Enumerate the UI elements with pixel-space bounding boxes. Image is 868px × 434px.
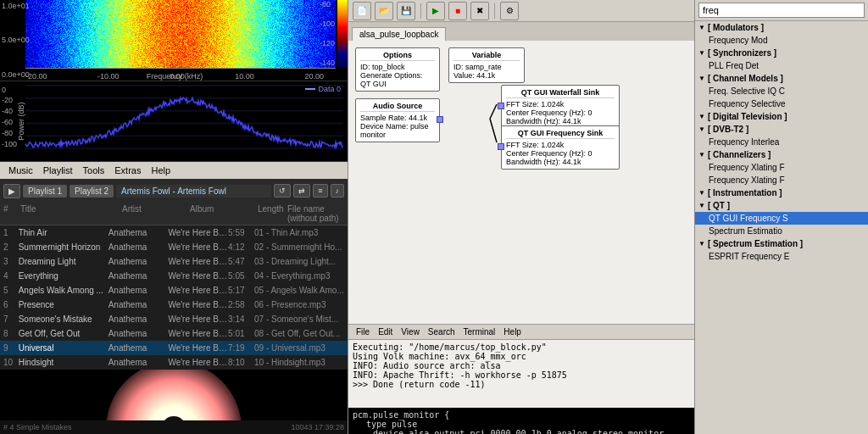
menu-playlist[interactable]: Playlist [38,165,78,175]
tree-item[interactable]: Frequency Interlea [695,136,868,148]
colorbar-labels: -80 -100 -120 -140 [320,0,335,68]
tree-section-header[interactable]: ▼[ Synchronizers ] [695,47,868,59]
audio-samp: Sample Rate: 44.1k [360,114,435,122]
tree-section-header[interactable]: ▼[ QT ] [695,199,868,212]
gr-menu-search[interactable]: Search [424,327,459,337]
track-title: Everything [19,271,108,281]
tree-section-header[interactable]: ▼[ Modulators ] [695,21,868,34]
gr-save-btn[interactable]: 💾 [397,2,415,20]
left-panel: 1.0e+01 5.0e+00 0.0e+00 -80 -100 -120 -1… [0,0,348,434]
eq-button[interactable]: ≡ [313,184,327,198]
gr-menu-view[interactable]: View [397,327,424,337]
terminal-area[interactable]: pcm.pulse_monitor { type pulse device al… [348,408,694,434]
track-length: 2:58 [228,300,254,309]
gr-run-btn[interactable]: ▶ [426,2,445,20]
wf-bw: Bandwidth (Hz): 44.1k [506,117,615,125]
track-artist: Anathema [108,228,169,237]
play-button[interactable]: ▶ [3,184,20,198]
fs-cf: Center Frequency (Hz): 0 [506,149,615,158]
gr-menu-terminal[interactable]: Terminal [459,327,500,337]
gr-menu-edit[interactable]: Edit [374,327,397,337]
variable-block[interactable]: Variable ID: samp_rate Value: 44.1k [448,47,525,83]
gr-open-btn[interactable]: 📂 [375,2,393,20]
middle-panel: 📄 📂 💾 ▶ ■ ✖ ⚙ alsa_pulse_loopback Option… [348,0,695,434]
col-artist: Artist [122,204,190,223]
track-row[interactable]: 5 Angels Walk Among ... Anathema We're H… [0,283,348,298]
tree-section-header[interactable]: ▼[ DVB-T2 ] [695,123,868,136]
track-row[interactable]: 9 Universal Anathema We're Here Because.… [0,341,348,355]
loop-button[interactable]: ↺ [274,184,291,198]
console-text: Executing: "/home/marcus/top_block.py"Us… [348,340,694,408]
track-title: Thin Air [19,228,108,237]
track-album: We're Here Because... [168,358,228,367]
menu-extras[interactable]: Extras [109,165,146,175]
tree-item[interactable]: PLL Freq Det [695,59,868,72]
menu-help[interactable]: Help [146,165,175,175]
track-file: 08 - Get Off, Get Out... [254,329,344,338]
track-length: 5:05 [228,271,254,281]
tree-item[interactable]: Frequency Mod [695,34,868,47]
options-block-title: Options [360,51,435,61]
track-row[interactable]: 6 Presence Anathema We're Here Because..… [0,298,348,312]
tree-item[interactable]: Freq. Selective IQ C [695,85,868,97]
main-content: 1.0e+01 5.0e+00 0.0e+00 -80 -100 -120 -1… [0,0,868,434]
search-input[interactable] [698,3,865,18]
terminal-line1: pcm.pulse_monitor { [353,410,690,420]
tree-item[interactable]: Frequency Xlating F [695,161,868,174]
waterfall-y-axis: 1.0e+01 5.0e+00 0.0e+00 [0,0,25,81]
flowgraph-area[interactable]: Options ID: top_block Generate Options: … [348,41,694,324]
vol-button[interactable]: ♪ [331,184,345,198]
y-label-bot: 0.0e+00 [2,70,24,79]
tree-item[interactable]: QT GUI Frequency S [695,212,868,225]
options-block[interactable]: Options ID: top_block Generate Options: … [355,47,440,92]
right-panel: ▼[ Modulators ]Frequency Mod▼[ Synchroni… [695,0,868,434]
track-album: We're Here Because... [168,257,228,266]
options-id: ID: top_block [360,63,435,71]
flowgraph-tab[interactable]: alsa_pulse_loopback [352,27,446,41]
tree-item[interactable]: Frequency Selective [695,97,868,110]
menu-tools[interactable]: Tools [78,165,110,175]
tree-section-header[interactable]: ▼[ Channel Models ] [695,72,868,85]
menu-music[interactable]: Music [3,165,38,175]
track-row[interactable]: 1 Thin Air Anathema We're Here Because..… [0,225,348,240]
gnuradio-tabs: alsa_pulse_loopback [348,22,694,41]
tree-section-4: ▼[ DVB-T2 ]Frequency Interlea [695,123,868,148]
playlist1-label[interactable]: Playlist 1 [23,185,67,198]
tree-section-0: ▼[ Modulators ]Frequency Mod [695,21,868,47]
tree-section-header[interactable]: ▼[ Spectrum Estimation ] [695,237,868,250]
tree-section-header[interactable]: ▼[ Instrumentation ] [695,186,868,199]
waterfall-sink-block[interactable]: QT GUI Waterfall Sink FFT Size: 1.024k C… [501,85,620,129]
expand-icon: ▼ [698,151,705,159]
tree-item[interactable]: Frequency Xlating F [695,174,868,186]
playlist2-label[interactable]: Playlist 2 [70,185,114,198]
gr-menu-file[interactable]: File [352,327,374,337]
gr-menu-help[interactable]: Help [499,327,526,337]
track-row[interactable]: 8 Get Off, Get Out Anathema We're Here B… [0,326,348,341]
gr-settings-btn[interactable]: ⚙ [500,2,519,20]
console-line: INFO: Audio source arch: alsa [353,361,690,370]
audio-source-title: Audio Source [360,102,435,112]
shuffle-button[interactable]: ⇄ [293,184,310,198]
track-length: 4:12 [228,242,254,252]
tree-item[interactable]: Spectrum Estimatio [695,225,868,237]
track-row[interactable]: 4 Everything Anathema We're Here Because… [0,269,348,283]
tree-section-header[interactable]: ▼[ Digital Television ] [695,110,868,123]
gr-stop-btn[interactable]: ■ [448,2,467,20]
expand-icon: ▼ [698,75,705,82]
tree-section-5: ▼[ Channelizers ]Frequency Xlating FFreq… [695,148,868,186]
expand-icon: ▼ [698,125,705,133]
freq-sink-block[interactable]: QT GUI Frequency Sink FFT Size: 1.024k C… [501,125,620,170]
variable-id: ID: samp_rate [453,63,520,71]
track-row[interactable]: 2 Summernight Horizon Anathema We're Her… [0,240,348,254]
track-row[interactable]: 7 Someone's Mistake Anathema We're Here … [0,312,348,326]
track-num: 5 [3,286,19,295]
track-row[interactable]: 10 Hindsight Anathema We're Here Because… [0,355,348,370]
wf-fft: FFT Size: 1.024k [506,100,615,108]
gr-new-btn[interactable]: 📄 [353,2,371,20]
gr-kill-btn[interactable]: ✖ [470,2,489,20]
tree-item[interactable]: ESPRIT Frequency E [695,250,868,263]
audio-source-block[interactable]: Audio Source Sample Rate: 44.1k Device N… [355,98,440,142]
track-row[interactable]: 3 Dreaming Light Anathema We're Here Bec… [0,254,348,269]
tree-section-header[interactable]: ▼[ Channelizers ] [695,148,868,161]
options-gen: Generate Options: QT GUI [360,71,435,88]
